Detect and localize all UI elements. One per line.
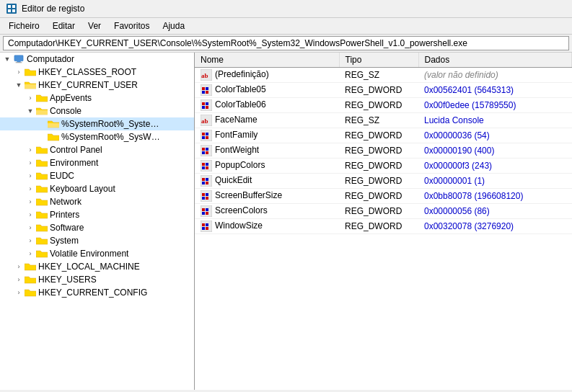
tree-item-local-machine[interactable]: › HKEY_LOCAL_MACHINE: [0, 260, 194, 273]
col-header-tipo[interactable]: Tipo: [339, 53, 418, 68]
table-row[interactable]: FontFamilyREG_DWORD0x00000036 (54): [195, 128, 572, 143]
registry-panel[interactable]: Nome Tipo Dados ab(Predefinição)REG_SZ(v…: [195, 53, 572, 390]
folder-icon-volatile-env: [36, 249, 48, 259]
folder-icon-system: [36, 236, 48, 246]
tree-item-users[interactable]: › HKEY_USERS: [0, 273, 194, 286]
expander-appevents[interactable]: ›: [25, 92, 36, 104]
tree-panel[interactable]: ▼ Computador › HKEY_CLASSES_ROOT ▼ HKEY_…: [0, 53, 195, 390]
svg-rect-35: [202, 166, 205, 169]
tree-item-control-panel[interactable]: › Control Panel: [0, 143, 194, 156]
svg-rect-41: [206, 182, 208, 184]
tree-item-environment[interactable]: › Environment: [0, 156, 194, 169]
table-row[interactable]: ColorTable05REG_DWORD0x00562401 (5645313…: [195, 83, 572, 98]
tree-item-current-user[interactable]: ▼ HKEY_CURRENT_USER: [0, 79, 194, 92]
expander-printers[interactable]: ›: [25, 209, 36, 220]
folder-icon-keyboard-layout: [36, 184, 48, 194]
reg-entry-name: (Predefinição): [215, 69, 269, 79]
title-text: Editor de registo: [22, 4, 84, 14]
folder-icon-environment: [36, 158, 48, 168]
tree-item-eudc[interactable]: › EUDC: [0, 169, 194, 182]
tree-item-system[interactable]: › System: [0, 234, 194, 247]
reg-entry-data: 0x0bb80078 (196608120): [424, 191, 523, 201]
table-row[interactable]: PopupColorsREG_DWORD0x000000f3 (243): [195, 159, 572, 174]
reg-entry-type: REG_DWORD: [345, 146, 402, 156]
title-bar: Editor de registo: [0, 0, 572, 18]
table-row[interactable]: ScreenBufferSizeREG_DWORD0x0bb80078 (196…: [195, 189, 572, 204]
expander-local-machine[interactable]: ›: [13, 261, 25, 272]
expander-network[interactable]: ›: [25, 196, 36, 208]
svg-rect-29: [206, 148, 208, 151]
menu-ficheiro[interactable]: Ficheiro: [3, 19, 45, 32]
tree-item-volatile-env[interactable]: › Volatile Environment: [0, 247, 194, 260]
menu-editar[interactable]: Editar: [47, 19, 81, 32]
svg-rect-49: [206, 208, 208, 211]
tree-item-console[interactable]: ▼ Console: [0, 104, 194, 117]
reg-entry-data: 0x00000190 (400): [424, 146, 494, 156]
table-row[interactable]: abFaceNameREG_SZLucida Console: [195, 113, 572, 128]
tree-item-ps2[interactable]: %SystemRoot%_SysW…: [0, 130, 194, 143]
expander-control-panel[interactable]: ›: [25, 144, 36, 156]
tree-item-classes-root[interactable]: › HKEY_CLASSES_ROOT: [0, 66, 194, 79]
tree-item-network[interactable]: › Network: [0, 195, 194, 208]
expander-ps2: [36, 131, 48, 143]
main-content: ▼ Computador › HKEY_CLASSES_ROOT ▼ HKEY_…: [0, 52, 572, 390]
expander-system[interactable]: ›: [25, 235, 36, 246]
tree-item-ps1[interactable]: %SystemRoot%_Syste…: [0, 117, 194, 130]
expander-console[interactable]: ▼: [25, 105, 36, 117]
reg-entry-data: 0x00320078 (3276920): [424, 221, 514, 231]
folder-icon-ps1: [48, 119, 59, 129]
expander-current-user[interactable]: ▼: [13, 79, 25, 91]
svg-rect-44: [206, 193, 208, 196]
menu-ajuda[interactable]: Ajuda: [157, 19, 190, 32]
folder-icon-ps2: [48, 132, 59, 142]
svg-rect-39: [206, 178, 208, 181]
expander-current-config[interactable]: ›: [13, 287, 25, 298]
reg-dword-icon: [201, 130, 212, 141]
expander-classes-root[interactable]: ›: [13, 66, 25, 78]
table-row[interactable]: ScreenColorsREG_DWORD0x00000056 (86): [195, 204, 572, 219]
col-header-dados[interactable]: Dados: [418, 53, 572, 68]
menu-ver[interactable]: Ver: [82, 19, 107, 32]
reg-entry-data: 0x00000001 (1): [424, 176, 485, 186]
tree-item-software[interactable]: › Software: [0, 221, 194, 234]
table-row[interactable]: QuickEditREG_DWORD0x00000001 (1): [195, 174, 572, 189]
svg-rect-46: [206, 197, 208, 200]
svg-rect-18: [202, 106, 205, 109]
folder-icon-network: [36, 197, 48, 207]
address-bar[interactable]: Computador\HKEY_CURRENT_USER\Console\%Sy…: [3, 36, 569, 50]
expander-software[interactable]: ›: [25, 222, 36, 233]
tree-label-eudc: EUDC: [50, 171, 74, 181]
expander-keyboard-layout[interactable]: ›: [25, 183, 36, 195]
table-row[interactable]: ab(Predefinição)REG_SZ(valor não definid…: [195, 68, 572, 83]
folder-icon-current-user: [25, 80, 36, 90]
table-row[interactable]: ColorTable06REG_DWORD0x00f0edee (1578955…: [195, 98, 572, 113]
tree-label-users: HKEY_USERS: [38, 275, 97, 285]
tree-item-keyboard-layout[interactable]: › Keyboard Layout: [0, 182, 194, 195]
svg-rect-5: [14, 55, 23, 61]
tree-item-computador[interactable]: ▼ Computador: [0, 53, 194, 66]
expander-environment[interactable]: ›: [25, 157, 36, 169]
tree-item-current-config[interactable]: › HKEY_CURRENT_CONFIG: [0, 286, 194, 299]
table-row[interactable]: WindowSizeREG_DWORD0x00320078 (3276920): [195, 219, 572, 234]
table-row[interactable]: FontWeightREG_DWORD0x00000190 (400): [195, 143, 572, 159]
menu-favoritos[interactable]: Favoritos: [108, 19, 155, 32]
folder-icon-classes-root: [25, 67, 36, 77]
tree-label-ps2: %SystemRoot%_SysW…: [61, 132, 160, 142]
svg-rect-19: [206, 106, 208, 109]
tree-item-appevents[interactable]: › AppEvents: [0, 92, 194, 104]
reg-dword-icon: [201, 205, 212, 217]
svg-rect-11: [202, 87, 205, 90]
expander-users[interactable]: ›: [13, 274, 25, 285]
col-header-nome[interactable]: Nome: [195, 53, 339, 68]
reg-entry-type: REG_DWORD: [345, 191, 402, 201]
reg-entry-type: REG_DWORD: [345, 161, 402, 171]
expander-eudc[interactable]: ›: [25, 170, 36, 182]
tree-label-environment: Environment: [50, 158, 98, 168]
tree-item-printers[interactable]: › Printers: [0, 208, 194, 221]
expander-computador[interactable]: ▼: [1, 53, 13, 65]
svg-rect-16: [202, 102, 205, 105]
tree-label-printers: Printers: [50, 210, 79, 220]
tree-label-current-config: HKEY_CURRENT_CONFIG: [38, 288, 147, 298]
expander-volatile-env[interactable]: ›: [25, 248, 36, 259]
tree-label-system: System: [50, 236, 79, 246]
